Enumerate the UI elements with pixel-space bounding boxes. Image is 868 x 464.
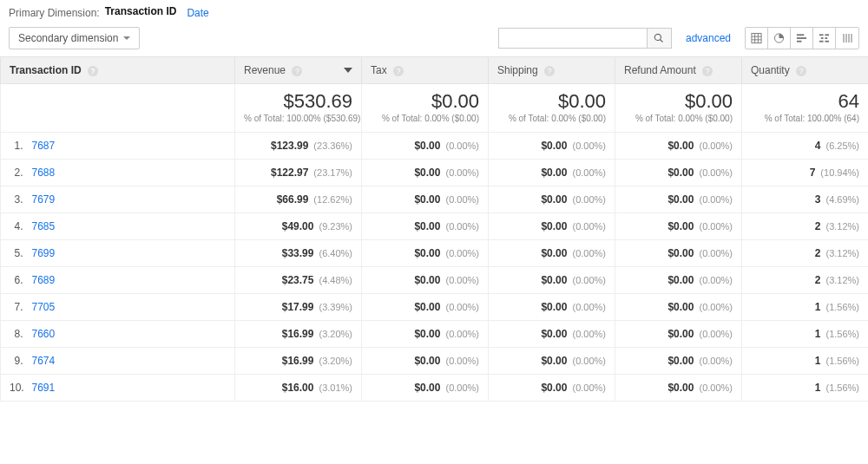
refund-percent: (0.00%) [699,275,733,285]
search-input[interactable] [499,29,647,48]
help-icon[interactable]: ? [796,66,806,76]
svg-rect-10 [825,34,829,36]
help-icon[interactable]: ? [88,66,98,76]
refund-cell: $0.00(0.00%) [615,240,742,267]
col-header-transaction-id[interactable]: Transaction ID ? [1,57,235,84]
transaction-id-link[interactable]: 7674 [32,355,56,367]
primary-dimension-date[interactable]: Date [187,7,208,19]
quantity-value: 1 [815,328,821,340]
row-index: 10. [1,375,27,402]
revenue-cell: $23.75(4.48%) [235,267,362,294]
quantity-cell: 2(3.12%) [742,240,869,267]
quantity-cell: 4(6.25%) [742,133,869,160]
sort-desc-icon [344,68,352,73]
pie-icon [773,32,785,44]
transaction-id-cell: 7660 [27,321,235,348]
transaction-id-link[interactable]: 7699 [32,247,56,259]
transaction-id-link[interactable]: 7689 [32,274,56,286]
shipping-percent: (0.00%) [572,329,606,339]
tax-percent: (0.00%) [445,382,479,393]
quantity-percent: (3.12%) [825,275,859,285]
transaction-id-link[interactable]: 7688 [32,167,56,179]
advanced-link[interactable]: advanced [686,32,731,44]
quantity-percent: (4.69%) [825,194,859,205]
table-row: 8.7660$16.99(3.20%)$0.00(0.00%)$0.00(0.0… [1,321,869,348]
shipping-percent: (0.00%) [572,275,606,285]
transaction-id-cell: 7687 [27,133,235,160]
shipping-percent: (0.00%) [572,382,606,393]
help-icon[interactable]: ? [292,66,302,76]
refund-percent: (0.00%) [699,167,733,178]
svg-rect-12 [825,37,827,39]
refund-percent: (0.00%) [699,221,733,232]
refund-cell: $0.00(0.00%) [615,213,742,240]
search-icon [654,33,664,43]
view-comparison-button[interactable] [813,28,836,49]
col-header-shipping[interactable]: Shipping ? [489,57,615,84]
refund-percent: (0.00%) [699,141,733,151]
refund-percent: (0.00%) [699,329,733,339]
revenue-value: $17.99 [282,301,314,313]
transaction-id-cell: 7691 [27,375,235,402]
quantity-cell: 3(4.69%) [742,186,869,213]
view-table-button[interactable] [746,28,768,49]
shipping-percent: (0.00%) [572,248,606,258]
view-pivot-button[interactable] [836,28,858,49]
shipping-cell: $0.00(0.00%) [489,240,615,267]
controls-row: Secondary dimension advanced [0,23,868,56]
primary-dimension-row: Primary Dimension: Transaction ID Date [0,0,868,23]
shipping-cell: $0.00(0.00%) [489,213,615,240]
table-row: 7.7705$17.99(3.39%)$0.00(0.00%)$0.00(0.0… [1,294,869,321]
table-row: 5.7699$33.99(6.40%)$0.00(0.00%)$0.00(0.0… [1,240,869,267]
revenue-cell: $49.00(9.23%) [235,213,362,240]
transaction-id-link[interactable]: 7691 [32,382,56,394]
revenue-percent: (4.48%) [319,275,352,285]
revenue-cell: $16.00(3.01%) [235,375,362,402]
col-header-revenue[interactable]: Revenue ? [235,57,362,84]
shipping-value: $0.00 [541,382,567,394]
quantity-cell: 1(1.56%) [742,375,869,402]
refund-value: $0.00 [667,382,694,394]
transaction-id-cell: 7674 [27,348,235,375]
col-header-tax[interactable]: Tax ? [362,57,489,84]
revenue-value: $23.75 [282,274,314,286]
help-icon[interactable]: ? [544,66,555,76]
tax-value: $0.00 [414,328,440,340]
view-pie-button[interactable] [768,28,791,49]
tax-percent: (0.00%) [445,221,479,232]
refund-percent: (0.00%) [699,194,733,205]
primary-dimension-transaction-id[interactable]: Transaction ID [105,5,177,20]
shipping-percent: (0.00%) [572,194,606,205]
quantity-cell: 2(3.12%) [742,267,869,294]
transaction-id-link[interactable]: 7660 [32,328,56,340]
shipping-cell: $0.00(0.00%) [489,267,615,294]
chevron-down-icon [123,36,130,40]
col-header-quantity[interactable]: Quantity ? [742,57,869,84]
tax-cell: $0.00(0.00%) [362,213,489,240]
transaction-id-link[interactable]: 7685 [32,220,56,232]
help-icon[interactable]: ? [393,66,404,76]
tax-value: $0.00 [414,382,440,394]
transaction-id-link[interactable]: 7705 [32,301,56,313]
revenue-percent: (3.20%) [319,356,352,366]
quantity-value: 1 [815,382,821,394]
quantity-value: 2 [815,247,821,259]
secondary-dimension-dropdown[interactable]: Secondary dimension [9,27,140,49]
help-icon[interactable]: ? [702,66,713,76]
transaction-id-link[interactable]: 7687 [32,140,56,152]
totals-row: $530.69 % of Total: 100.00% ($530.69) $0… [1,84,869,133]
shipping-cell: $0.00(0.00%) [489,186,615,213]
revenue-cell: $17.99(3.39%) [235,294,362,321]
col-header-refund[interactable]: Refund Amount ? [615,57,742,84]
total-revenue-sub: % of Total: 100.00% ($530.69) [244,114,352,123]
shipping-cell: $0.00(0.00%) [489,348,615,375]
view-bar-button[interactable] [791,28,813,49]
shipping-percent: (0.00%) [572,356,606,366]
refund-cell: $0.00(0.00%) [615,321,742,348]
transaction-id-link[interactable]: 7679 [32,193,56,206]
revenue-value: $16.99 [282,328,314,340]
tax-percent: (0.00%) [445,248,479,258]
row-index: 3. [1,186,27,213]
search-button[interactable] [647,29,671,48]
row-index: 8. [1,321,27,348]
